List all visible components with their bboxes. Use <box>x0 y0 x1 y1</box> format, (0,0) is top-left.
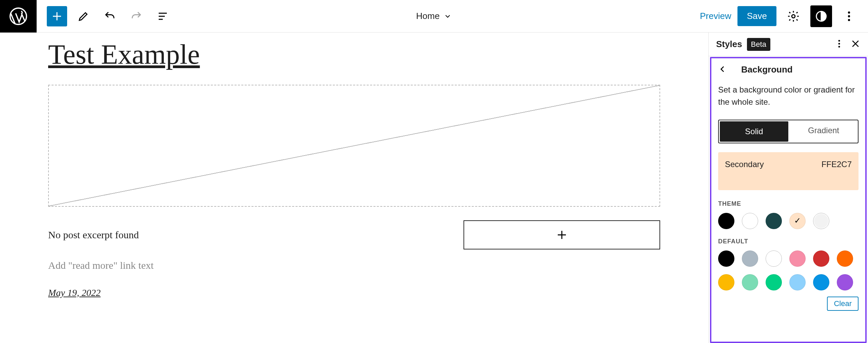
styles-contrast-icon <box>815 10 828 23</box>
more-options-button[interactable] <box>838 5 860 27</box>
swatch-default-black[interactable] <box>718 250 734 267</box>
plus-icon <box>51 10 63 22</box>
swatch-theme-primary[interactable] <box>766 213 782 229</box>
pencil-icon <box>77 10 90 22</box>
default-swatches <box>718 250 859 290</box>
sidebar-more-button[interactable] <box>834 39 844 50</box>
list-view-button[interactable] <box>153 6 173 26</box>
styles-button[interactable] <box>810 5 832 27</box>
panel-back-button[interactable] <box>718 65 727 75</box>
svg-point-7 <box>839 43 840 44</box>
chevron-left-icon <box>718 65 727 74</box>
swatch-theme-foreground[interactable] <box>718 213 734 229</box>
editor-canvas[interactable]: Test Example No post excerpt found Add "… <box>0 33 709 343</box>
redo-button[interactable] <box>126 6 146 26</box>
swatch-default-red[interactable] <box>813 250 829 267</box>
swatch-default-lightblue[interactable] <box>789 274 806 290</box>
selected-color-name: Secondary <box>725 160 764 169</box>
featured-image-placeholder[interactable] <box>48 85 660 207</box>
swatch-default-blue[interactable] <box>813 274 829 290</box>
preview-link[interactable]: Preview <box>700 11 731 21</box>
chevron-down-icon <box>444 12 452 20</box>
block-appender[interactable] <box>463 220 660 249</box>
panel-description: Set a background color or gradient for t… <box>718 84 859 108</box>
svg-point-8 <box>839 46 840 47</box>
edit-tool-button[interactable] <box>73 6 94 26</box>
toolbar-right: Preview Save <box>700 5 860 27</box>
sidebar-header: Styles Beta <box>709 33 868 56</box>
default-group-label: Default <box>718 238 859 245</box>
save-button[interactable]: Save <box>737 6 776 26</box>
swatch-default-orange[interactable] <box>837 250 853 267</box>
read-more-input[interactable]: Add "read more" link text <box>48 260 660 271</box>
redo-icon <box>130 10 142 22</box>
post-excerpt-block[interactable]: No post excerpt found <box>48 229 139 241</box>
color-type-toggle: Solid Gradient <box>718 120 859 143</box>
swatch-default-white[interactable] <box>766 250 782 267</box>
beta-badge: Beta <box>747 38 770 51</box>
selected-color-display[interactable]: Secondary FFE2C7 <box>718 152 859 190</box>
svg-point-4 <box>848 15 850 17</box>
styles-sidebar: Styles Beta Background Set a background … <box>709 33 868 343</box>
swatch-theme-background[interactable] <box>742 213 758 229</box>
swatch-default-pink[interactable] <box>789 250 806 267</box>
kebab-icon <box>843 10 855 23</box>
plus-icon <box>556 229 568 241</box>
theme-group-label: Theme <box>718 200 859 207</box>
kebab-icon <box>834 39 844 49</box>
svg-point-5 <box>848 19 850 21</box>
selected-color-hex: FFE2C7 <box>822 160 852 169</box>
swatch-default-gray[interactable] <box>742 250 758 267</box>
undo-icon <box>104 10 116 22</box>
swatch-default-green[interactable] <box>766 274 782 290</box>
svg-point-1 <box>792 15 795 18</box>
swatch-theme-secondary[interactable] <box>789 213 806 229</box>
list-view-icon <box>157 10 169 22</box>
toolbar-left <box>37 6 173 26</box>
post-date-block[interactable]: May 19, 2022 <box>48 287 101 298</box>
document-title-dropdown[interactable]: Home <box>416 11 452 21</box>
gear-icon <box>787 10 800 23</box>
swatch-default-purple[interactable] <box>837 274 853 290</box>
sidebar-title: Styles <box>716 39 742 49</box>
swatch-default-lightgreen[interactable] <box>742 274 758 290</box>
site-title-block[interactable]: Test Example <box>48 39 660 70</box>
settings-button[interactable] <box>783 5 804 27</box>
theme-swatches <box>718 213 859 229</box>
sidebar-close-button[interactable] <box>850 39 861 50</box>
swatch-default-yellow[interactable] <box>718 274 734 290</box>
background-panel: Background Set a background color or gra… <box>710 57 867 343</box>
undo-button[interactable] <box>100 6 120 26</box>
tab-solid[interactable]: Solid <box>720 121 788 142</box>
wordpress-icon <box>8 6 28 26</box>
clear-color-button[interactable]: Clear <box>827 297 859 311</box>
svg-point-3 <box>848 11 850 13</box>
editor-topbar: Home Preview Save <box>0 0 868 33</box>
document-title: Home <box>416 11 439 21</box>
wp-logo-button[interactable] <box>0 0 37 33</box>
svg-point-6 <box>839 40 840 41</box>
tab-gradient[interactable]: Gradient <box>789 120 858 143</box>
panel-title: Background <box>741 64 793 75</box>
swatch-theme-tertiary[interactable] <box>813 213 829 229</box>
close-icon <box>850 39 861 49</box>
add-block-button[interactable] <box>47 6 67 26</box>
